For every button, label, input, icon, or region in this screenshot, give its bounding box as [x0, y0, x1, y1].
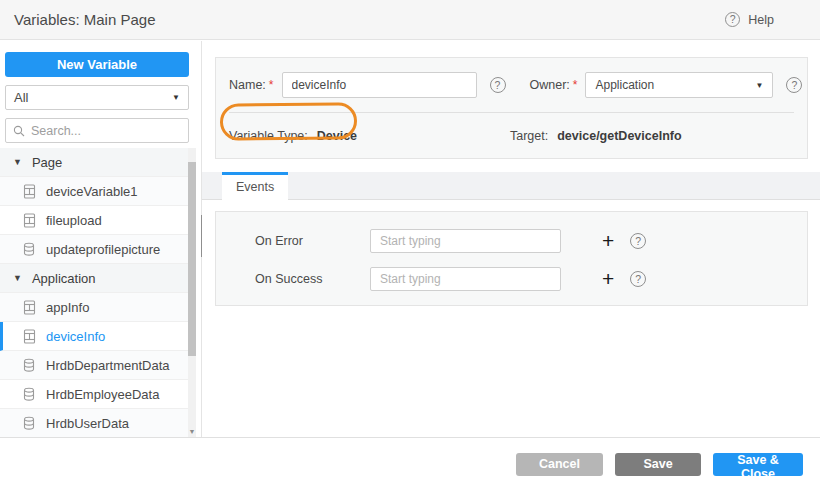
tree-group-label: Application — [32, 271, 96, 286]
scrollbar-down-arrow[interactable]: ▼ — [188, 427, 196, 437]
event-row-on-success: On Success + ? — [255, 260, 807, 298]
chevron-down-icon: ▼ — [756, 81, 764, 90]
cancel-button[interactable]: Cancel — [516, 453, 603, 476]
device-variable-icon — [23, 329, 36, 344]
page-title: Variables: Main Page — [14, 11, 155, 28]
events-panel: On Error + ? On Success + ? — [215, 211, 808, 306]
search-input[interactable] — [31, 124, 181, 138]
variable-type-value: Device — [317, 129, 357, 143]
owner-help-icon[interactable]: ? — [786, 77, 802, 93]
on-success-input[interactable] — [370, 267, 561, 291]
tree-item-label: deviceInfo — [46, 329, 105, 344]
save-button[interactable]: Save — [615, 453, 701, 476]
service-variable-icon — [23, 242, 36, 257]
service-variable-icon — [23, 416, 36, 431]
device-variable-icon — [23, 213, 36, 228]
tree-item-hrdbemployeedata[interactable]: HrdbEmployeeData — [0, 380, 189, 409]
caret-down-icon: ▼ — [13, 273, 22, 283]
on-success-label: On Success — [255, 272, 370, 286]
help-link[interactable]: ? Help — [725, 12, 774, 27]
form-row-type-target: Variable Type: Device Target: device/get… — [216, 113, 807, 159]
tree-item-label: HrdbUserData — [46, 416, 129, 431]
device-variable-icon — [23, 184, 36, 199]
variable-form: Name: * ? Owner: * Application ▼ ? Varia… — [215, 57, 808, 159]
dialog-body: New Variable All ▼ ▼ Page — [0, 41, 820, 437]
service-variable-icon — [23, 387, 36, 402]
required-asterisk: * — [573, 78, 578, 92]
dialog-header: Variables: Main Page ? Help — [0, 0, 820, 40]
tree-item-label: deviceVariable1 — [46, 184, 138, 199]
event-row-on-error: On Error + ? — [255, 222, 807, 260]
tree-item-label: appInfo — [46, 300, 89, 315]
tree-group-page[interactable]: ▼ Page — [0, 148, 189, 177]
tree-item-hrdbuserdata[interactable]: HrdbUserData — [0, 409, 189, 438]
variables-dialog: Variables: Main Page ? Help New Variable… — [0, 0, 820, 490]
tree-item-hrdbdepartmentdata[interactable]: HrdbDepartmentData — [0, 351, 189, 380]
search-icon — [13, 125, 25, 137]
tree-group-application[interactable]: ▼ Application — [0, 264, 189, 293]
tree-item-devicevariable1[interactable]: deviceVariable1 — [0, 177, 189, 206]
required-asterisk: * — [269, 78, 274, 92]
tree-item-deviceinfo-selected[interactable]: deviceInfo — [0, 322, 189, 351]
on-success-add-button[interactable]: + — [602, 269, 614, 289]
on-error-add-button[interactable]: + — [602, 231, 614, 251]
tree-item-appinfo[interactable]: appInfo — [0, 293, 189, 322]
target-value: device/getDeviceInfo — [557, 129, 681, 143]
tree-group-label: Page — [32, 155, 62, 170]
tab-bar: Events — [202, 172, 820, 200]
sidebar-scrollbar-thumb[interactable] — [188, 162, 196, 356]
variables-tree: ▼ Page deviceVariable1 fileupload — [0, 148, 189, 438]
variable-type-label: Variable Type: — [229, 129, 308, 143]
name-input[interactable] — [282, 72, 477, 98]
help-question-icon: ? — [725, 12, 740, 27]
dialog-footer: Cancel Save Save & Close — [0, 437, 820, 490]
chevron-down-icon: ▼ — [172, 93, 180, 102]
tree-item-label: HrdbDepartmentData — [46, 358, 170, 373]
service-variable-icon — [23, 358, 36, 373]
on-success-help-icon[interactable]: ? — [630, 271, 646, 287]
device-variable-icon — [23, 300, 36, 315]
help-label: Help — [748, 13, 774, 27]
name-help-icon[interactable]: ? — [490, 77, 506, 93]
search-box — [5, 118, 189, 143]
variables-sidebar: New Variable All ▼ ▼ Page — [0, 41, 202, 437]
caret-down-icon: ▼ — [13, 157, 22, 167]
tab-events[interactable]: Events — [222, 172, 288, 200]
tree-item-label: updateprofilepicture — [46, 242, 160, 257]
owner-select[interactable]: Application ▼ — [585, 72, 773, 98]
on-error-help-icon[interactable]: ? — [630, 233, 646, 249]
save-and-close-button[interactable]: Save & Close — [713, 453, 803, 476]
sidebar-controls: New Variable All ▼ — [0, 41, 201, 149]
target-group: Target: device/getDeviceInfo — [510, 129, 682, 143]
new-variable-button[interactable]: New Variable — [5, 52, 189, 77]
variable-detail-panel: Name: * ? Owner: * Application ▼ ? Varia… — [202, 41, 820, 437]
owner-label: Owner: — [530, 78, 570, 92]
tree-item-label: HrdbEmployeeData — [46, 387, 159, 402]
form-row-name-owner: Name: * ? Owner: * Application ▼ ? — [216, 58, 807, 98]
on-error-label: On Error — [255, 234, 370, 248]
variable-filter-value: All — [14, 90, 28, 105]
variable-filter-select[interactable]: All ▼ — [5, 85, 189, 110]
tree-item-updateprofilepicture[interactable]: updateprofilepicture — [0, 235, 189, 264]
tree-item-fileupload[interactable]: fileupload — [0, 206, 189, 235]
tree-item-label: fileupload — [46, 213, 102, 228]
owner-select-value: Application — [595, 78, 654, 92]
name-label: Name: — [229, 78, 266, 92]
on-error-input[interactable] — [370, 229, 561, 253]
target-label: Target: — [510, 129, 548, 143]
